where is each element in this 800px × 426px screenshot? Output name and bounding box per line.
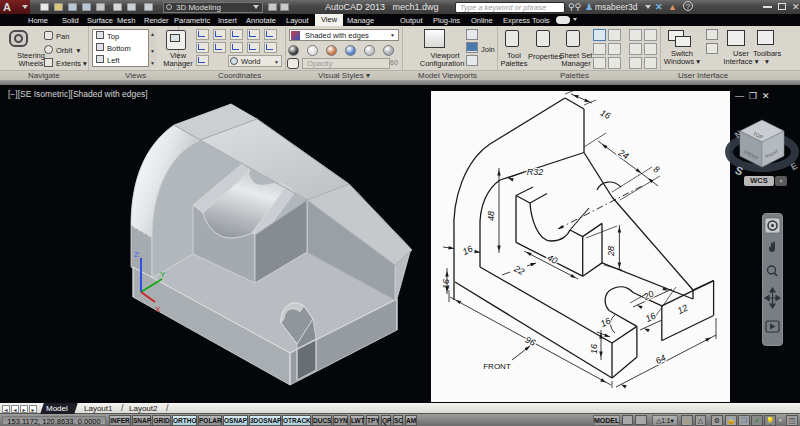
svg-text:28: 28 [606,246,616,257]
svg-text:40: 40 [546,253,559,266]
svg-text:16: 16 [644,311,657,324]
svg-text:16: 16 [599,316,612,329]
svg-text:Z: Z [134,250,139,259]
svg-text:16: 16 [589,344,599,354]
svg-text:16: 16 [461,244,474,257]
svg-text:48: 48 [486,211,496,221]
svg-text:E: E [789,161,799,173]
svg-text:96: 96 [524,335,537,348]
svg-text:8: 8 [652,164,661,175]
svg-text:22: 22 [512,263,526,277]
svg-text:24: 24 [616,147,631,161]
svg-text:FRONT: FRONT [483,362,511,371]
svg-text:R32: R32 [527,167,544,177]
svg-text:X: X [155,305,161,314]
svg-text:64: 64 [654,353,667,366]
svg-text:Y: Y [160,270,166,279]
svg-text:16: 16 [599,108,612,121]
svg-text:12: 12 [676,303,689,316]
